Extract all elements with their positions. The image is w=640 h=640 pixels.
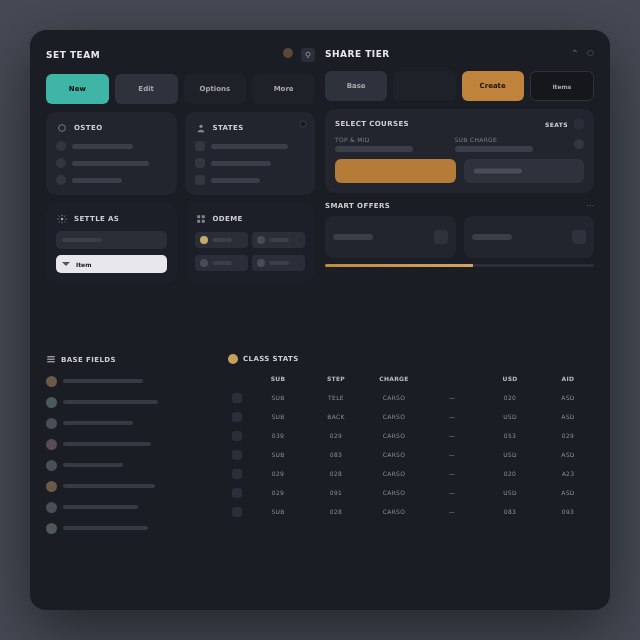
chip-item[interactable]	[252, 255, 305, 271]
edit-button[interactable]: Edit	[115, 74, 178, 104]
list-item[interactable]	[46, 521, 216, 536]
seats-label: SEATS	[545, 121, 568, 128]
table-row[interactable]: SUB028CARSO—083093	[228, 504, 594, 520]
list-item[interactable]	[195, 175, 306, 185]
svg-rect-6	[201, 215, 204, 218]
card-settle: SETTLE AS Item	[46, 203, 177, 283]
gear-icon	[56, 213, 68, 225]
table-row[interactable]: 029028CARSO—020A23	[228, 466, 594, 482]
left-header-actions	[283, 48, 315, 62]
right-title: SHARE TIER	[325, 49, 390, 59]
svg-rect-11	[47, 361, 55, 362]
svg-rect-9	[47, 356, 55, 357]
left-title: SET TEAM	[46, 50, 100, 60]
dot-icon	[200, 259, 208, 267]
circle-icon	[56, 122, 68, 134]
select-option-active[interactable]: Item	[56, 255, 167, 273]
offer-card[interactable]	[325, 216, 456, 258]
fields-list: BASE FIELDS	[46, 354, 216, 593]
dot-icon	[257, 236, 265, 244]
fields-title: BASE FIELDS	[61, 356, 116, 364]
list-item[interactable]	[56, 141, 167, 151]
offers-title: SMART OFFERS	[325, 202, 390, 210]
svg-point-2	[59, 125, 66, 132]
courses-title: SELECT COURSES	[335, 120, 409, 128]
circle-outline-icon[interactable]: ○	[587, 48, 594, 59]
caret-up-icon[interactable]: ⌃	[571, 48, 579, 59]
list-item[interactable]	[46, 395, 216, 410]
svg-point-3	[199, 125, 202, 128]
base-button[interactable]: Base	[325, 71, 387, 101]
table-row[interactable]: SUBTELECARSO—020ASD	[228, 390, 594, 406]
card-offers: SMART OFFERS ⋯	[325, 201, 594, 267]
right-button-row: Base Create Items	[325, 71, 594, 101]
notification-dot-icon	[299, 120, 307, 128]
status-dot-icon	[283, 48, 293, 58]
grid-icon	[195, 213, 207, 225]
list-item[interactable]	[46, 500, 216, 515]
square-icon	[195, 141, 205, 151]
layers-icon	[434, 230, 448, 244]
right-header-actions: ⌃ ○	[571, 48, 594, 59]
kv-sub: SUB CHARGE	[455, 136, 567, 152]
card-odeme-title: ODEME	[213, 215, 243, 223]
left-button-row: New Edit Options More	[46, 74, 315, 104]
select-option[interactable]	[56, 231, 167, 249]
chip-item[interactable]	[195, 232, 248, 248]
offer-card[interactable]	[464, 216, 595, 258]
blank-button[interactable]	[393, 71, 455, 101]
window-icon	[572, 230, 586, 244]
svg-rect-8	[201, 220, 204, 223]
list-item[interactable]	[46, 479, 216, 494]
card-states: STATES	[185, 112, 316, 195]
table-area: BASE FIELDS CLASS STATS SUB STEP CHARGE	[46, 354, 594, 593]
secondary-action-button[interactable]	[464, 159, 585, 183]
options-button[interactable]: Options	[184, 74, 247, 104]
list-item[interactable]	[46, 416, 216, 431]
table-row[interactable]: 039029CARSO—053029	[228, 428, 594, 444]
gift-icon	[195, 175, 205, 185]
card-osteo-title: OSTEO	[74, 124, 103, 132]
list-item[interactable]	[46, 374, 216, 389]
svg-rect-7	[197, 220, 200, 223]
grid-icon[interactable]	[574, 119, 584, 129]
list-item[interactable]	[46, 458, 216, 473]
left-panel: SET TEAM New Edit Options More OSTEO	[46, 48, 315, 340]
left-header: SET TEAM	[46, 48, 315, 62]
progress-bar	[325, 264, 594, 267]
bulb-icon[interactable]	[301, 48, 315, 62]
chevron-down-icon	[62, 262, 70, 266]
right-panel: SHARE TIER ⌃ ○ Base Create Items SELECT …	[325, 48, 594, 340]
kv-top: TOP & MID	[335, 136, 447, 152]
table-row[interactable]: SUB083CARSO—USDASD	[228, 447, 594, 463]
list-icon	[46, 354, 56, 366]
square-icon	[195, 158, 205, 168]
table-header-row: SUB STEP CHARGE USD AID	[228, 371, 594, 387]
svg-point-0	[306, 52, 310, 56]
more-icon[interactable]: ⋯	[586, 201, 594, 210]
dot-icon	[228, 354, 238, 364]
table-row[interactable]: SUBBACKCARSO—USDASD	[228, 409, 594, 425]
create-button[interactable]: Create	[462, 71, 524, 101]
items-button[interactable]: Items	[530, 71, 594, 101]
table-row[interactable]: 029091CARSO—USDASD	[228, 485, 594, 501]
stats-title: CLASS STATS	[243, 355, 299, 363]
dot-icon	[257, 259, 265, 267]
new-button[interactable]: New	[46, 74, 109, 104]
list-item[interactable]	[56, 175, 167, 185]
list-item[interactable]	[46, 437, 216, 452]
more-button[interactable]: More	[252, 74, 315, 104]
chip-item[interactable]	[252, 232, 305, 248]
list-item[interactable]	[56, 158, 167, 168]
svg-rect-10	[47, 358, 55, 359]
user-icon	[195, 122, 207, 134]
chip-item[interactable]	[195, 255, 248, 271]
list-item[interactable]	[195, 141, 306, 151]
svg-point-4	[61, 218, 64, 221]
primary-action-button[interactable]	[335, 159, 456, 183]
svg-rect-5	[197, 215, 200, 218]
right-header: SHARE TIER ⌃ ○	[325, 48, 594, 59]
card-courses: SELECT COURSES SEATS TOP & MID SUB CHARG…	[325, 109, 594, 193]
stats-table: CLASS STATS SUB STEP CHARGE USD AID SUBT…	[228, 354, 594, 593]
list-item[interactable]	[195, 158, 306, 168]
